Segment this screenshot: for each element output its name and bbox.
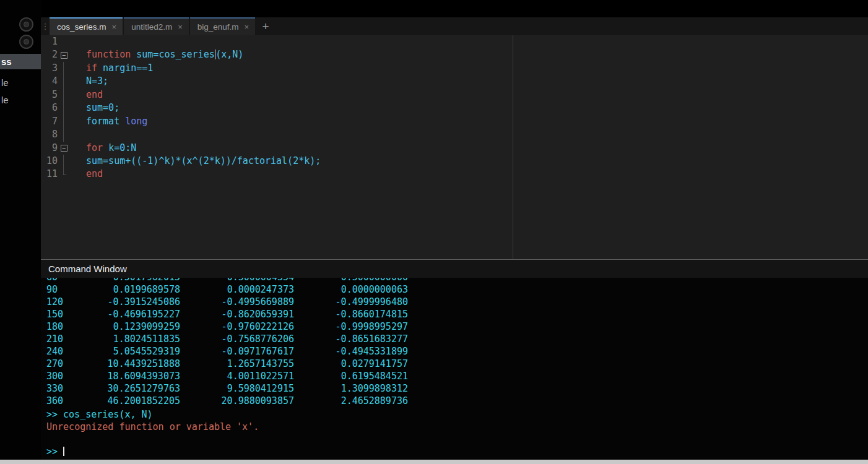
line-number: 8	[41, 128, 58, 141]
close-icon[interactable]: ×	[178, 22, 183, 32]
code-token: (x,N)	[215, 49, 243, 60]
output-table: 600.50179620150.50000043540.500000000090…	[46, 278, 868, 407]
code-line: 2−function sum=cos_series(x,N)	[41, 48, 868, 61]
code-line: 7format long	[41, 115, 868, 128]
tab-cos-series[interactable]: cos_series.m ×	[50, 17, 123, 35]
code-text: function sum=cos_series(x,N)	[70, 48, 243, 61]
line-number: 5	[41, 88, 58, 101]
output-row: 900.01996895780.00002473730.0000000063	[46, 283, 868, 296]
output-cell: -0.8660174815	[294, 308, 408, 320]
output-row: 120-0.3915245086-0.4995669889-0.49999964…	[46, 296, 868, 308]
editor-split-divider[interactable]	[513, 35, 513, 259]
lens-dot-icon	[24, 22, 29, 27]
output-cell: 240	[46, 345, 86, 358]
code-token: k=0:N	[108, 142, 136, 153]
lens-dot-icon	[24, 39, 29, 45]
fold-cell	[58, 101, 70, 114]
code-token: nargin==1	[103, 62, 153, 74]
output-cell: 0.0000247373	[180, 283, 294, 296]
editor-code-lines: 12−function sum=cos_series(x,N)3if nargi…	[41, 35, 868, 259]
output-row: 1800.1239099259-0.9760222126-0.999899529…	[46, 320, 868, 333]
output-row: 2101.8024511835-0.7568776206-0.865168327…	[46, 333, 868, 345]
drag-grip-icon[interactable]: ⋮	[41, 17, 50, 35]
output-cell: 150	[46, 308, 86, 320]
output-row: 27010.44392518881.26571437550.0279141757	[46, 358, 868, 370]
command-window-title: Command Window	[48, 264, 127, 274]
circle-lens-icon[interactable]	[19, 35, 33, 49]
circle-lens-icon[interactable]	[19, 17, 33, 32]
error-message: Unrecognized function or variable 'x'.	[46, 421, 868, 433]
output-row: 33030.26512797639.59804129151.3099898312	[46, 382, 868, 395]
tab-label: untitled2.m	[131, 22, 172, 32]
close-icon[interactable]: ×	[112, 22, 117, 32]
code-line: 3if nargin==1	[41, 62, 868, 75]
code-token: sum=sum+((-1)^k)*(x^(2*k))/factorial(2*k…	[86, 155, 321, 166]
line-number: 3	[41, 62, 58, 75]
output-cell: -0.0971767617	[180, 345, 294, 358]
code-token: for	[86, 142, 108, 153]
output-row: 2405.0545529319-0.0971767617-0.494533189…	[46, 345, 868, 358]
code-token: function	[86, 49, 136, 60]
code-text: end	[70, 88, 103, 101]
input-prompt-line[interactable]: >>	[46, 445, 868, 458]
code-editor[interactable]: 12−function sum=cos_series(x,N)3if nargi…	[41, 35, 868, 259]
output-cell: 0.6195484521	[294, 370, 408, 382]
line-number: 1	[41, 35, 58, 48]
output-cell: -0.3915245086	[86, 296, 180, 308]
output-cell: 120	[46, 296, 86, 308]
output-cell: 0.1239099259	[86, 320, 180, 333]
code-line: 1	[41, 35, 868, 48]
sidebar-item-selected[interactable]: ss	[0, 54, 41, 69]
output-cell: 2.4652889736	[294, 395, 408, 407]
fold-cell: −	[58, 48, 70, 61]
prompt-symbol: >>	[46, 409, 58, 420]
output-cell: -0.4945331899	[294, 345, 408, 358]
output-cell: 10.4439251888	[86, 358, 180, 370]
new-tab-button[interactable]: +	[256, 17, 275, 35]
output-cell: -0.4995669889	[180, 296, 294, 308]
output-cell: -0.4696195227	[86, 308, 180, 320]
fold-cell	[58, 168, 70, 181]
output-row: 150-0.4696195227-0.8620659391-0.86601748…	[46, 308, 868, 320]
code-token: end	[86, 89, 103, 100]
output-cell: -0.8620659391	[180, 308, 294, 320]
code-line: 4N=3;	[41, 75, 868, 88]
tab-big-enuf[interactable]: big_enuf.m ×	[190, 17, 255, 35]
line-number: 4	[41, 75, 58, 88]
blank-line	[46, 433, 868, 445]
output-cell: -0.4999996480	[294, 296, 408, 308]
code-line: 10sum=sum+((-1)^k)*(x^(2*k))/factorial(2…	[41, 155, 868, 168]
bottom-status-strip	[0, 460, 868, 464]
left-sidebar: ss le le	[0, 0, 41, 460]
code-text: N=3;	[70, 75, 108, 88]
code-token: if	[86, 62, 103, 74]
output-cell: 30.2651279763	[86, 382, 180, 395]
output-row: 30018.60943930734.00110225710.6195484521	[46, 370, 868, 382]
text-cursor	[63, 447, 64, 456]
code-text: end	[70, 168, 103, 181]
editor-tab-bar: ⋮ cos_series.m × untitled2.m × big_enuf.…	[41, 17, 868, 35]
output-cell: 90	[46, 283, 86, 296]
fold-collapse-icon[interactable]: −	[61, 52, 67, 59]
tab-untitled2[interactable]: untitled2.m ×	[124, 17, 189, 35]
tab-label: cos_series.m	[57, 22, 106, 32]
output-cell: 46.2001852205	[86, 395, 180, 407]
code-text: sum=sum+((-1)^k)*(x^(2*k))/factorial(2*k…	[70, 155, 321, 168]
sidebar-item[interactable]: le	[0, 92, 41, 108]
output-cell: 0.0000000063	[294, 283, 408, 296]
code-token: sum=0;	[86, 102, 119, 113]
sidebar-item[interactable]: le	[0, 75, 41, 90]
output-cell: 0.5000004354	[180, 278, 294, 283]
output-cell: 1.2657143755	[180, 358, 294, 370]
command-window-output[interactable]: 600.50179620150.50000043540.500000000090…	[41, 278, 868, 460]
fold-collapse-icon[interactable]: −	[61, 145, 67, 152]
close-icon[interactable]: ×	[245, 22, 250, 32]
command-window-header[interactable]: Command Window	[41, 259, 868, 278]
tab-label: big_enuf.m	[197, 22, 239, 32]
code-token: N=3;	[86, 75, 108, 87]
output-cell: 210	[46, 333, 86, 345]
code-line: 5end	[41, 88, 868, 101]
command-text: cos_series(x, N)	[63, 409, 153, 420]
line-number: 7	[41, 115, 58, 128]
output-cell: 60	[46, 278, 86, 283]
